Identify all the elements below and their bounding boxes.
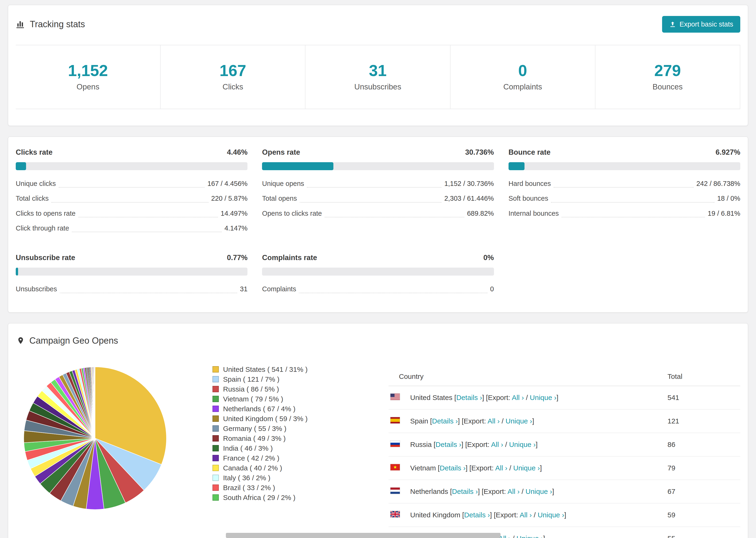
stat-box: 279 Bounces [595,45,740,109]
flag-cell [389,394,410,402]
rates-grid: Clicks rate 4.46% Unique clicks 167 / 4.… [16,148,740,297]
export-unique-link[interactable]: Unique › [509,441,536,448]
geo-table-row: Russia[Details ›][Export: All › / Unique… [389,433,740,457]
rate-head: Complaints rate 0% [262,253,494,262]
rate-rows: Unique clicks 167 / 4.456% Total clicks … [16,176,247,236]
rate-value: 6.927% [716,148,740,157]
export-label: [Export: [486,394,510,402]
stat-box: 31 Unsubscribes [305,45,450,109]
stat-label: Complaints [453,82,593,91]
export-basic-stats-button[interactable]: Export basic stats [662,16,740,32]
rate-value: 4.46% [227,148,247,157]
details-link[interactable]: Details › [452,488,478,495]
country-name: Netherlands [410,488,448,495]
stat-label: Clicks [163,82,303,91]
rate-rows: Unique opens 1,152 / 30.736% Total opens… [262,176,494,221]
rate-head: Opens rate 30.736% [262,148,494,157]
country-total: 55 [668,534,740,538]
export-unique-link[interactable]: Unique › [516,534,543,538]
stat-box: 167 Clicks [161,45,305,109]
details-link[interactable]: Details › [432,417,458,425]
stat-value: 167 [163,61,303,80]
detail-value: 31 [240,285,247,293]
detail-label: Total opens [262,194,297,202]
legend-label: United Kingdom ( 59 / 3% ) [223,415,307,422]
dotted-leader [79,216,218,217]
geo-table-row: United States[Details ›][Export: All › /… [389,386,740,409]
progress-track [262,268,494,276]
details-link[interactable]: Details › [464,511,490,519]
details-link-group: [Details ›] [450,488,480,495]
export-unique-link[interactable]: Unique › [525,488,552,495]
country-total: 121 [668,417,740,425]
geo-opens-title: Campaign Geo Opens [29,336,118,346]
rate-block: Bounce rate 6.927% Hard bounces 242 / 86… [509,148,740,236]
tracking-stats-title: Tracking stats [30,19,85,29]
export-all-link[interactable]: All › [519,511,532,519]
details-link[interactable]: Details › [440,464,465,472]
export-unique-link[interactable]: Unique › [513,464,540,472]
country-column-header: Country [389,372,668,381]
legend-item: Italy ( 36 / 2% ) [212,473,318,483]
country-name: Spain [410,417,428,425]
slash-separator: / [513,534,514,538]
stat-detail-row: Click through rate 4.147% [16,221,247,236]
stat-box: 0 Complaints [451,45,595,109]
rate-block: Complaints rate 0% Complaints 0 [262,253,494,296]
legend-item: United Kingdom ( 59 / 3% ) [212,414,318,424]
progress-track [16,162,247,170]
export-link-group: [Export: All › / Unique ›] [486,394,559,402]
export-all-link[interactable]: All › [491,441,503,448]
export-unique-link[interactable]: Unique › [538,511,564,519]
details-link-group: [Details ›] [438,464,468,472]
export-basic-stats-label: Export basic stats [679,21,733,28]
export-unique-link[interactable]: Unique › [530,394,557,402]
export-link-group: [Export: All › / Unique ›] [461,417,534,425]
country-cell: Russia[Details ›][Export: All › / Unique… [410,439,668,450]
slash-separator: / [526,394,528,402]
country-name: Russia [410,441,432,448]
details-link[interactable]: Details › [456,394,482,402]
country-flag-icon [391,464,400,470]
export-all-link[interactable]: All › [495,464,507,472]
geo-table: Country Total United States[Details ›][E… [389,367,740,538]
detail-label: Internal bounces [509,210,559,217]
stat-detail-row: Unsubscribes 31 [16,282,247,296]
bracket-open: [ [430,417,432,425]
geo-pie-chart [22,365,168,511]
export-all-link[interactable]: All › [488,417,500,425]
export-all-link[interactable]: All › [512,394,524,402]
export-label: [Export: [461,417,486,425]
bracket-close: ] [557,394,558,402]
stat-detail-row: Soft bounces 18 / 0% [509,191,740,206]
geo-table-row: United Kingdom[Details ›][Export: All › … [389,504,740,527]
export-label: [Export: [482,488,506,495]
bracket-close: ] [490,511,492,519]
horizontal-scrollbar-thumb[interactable] [226,533,501,538]
export-link-group: [Export: All › / Unique ›] [482,488,554,495]
details-link-group: [Details ›] [462,511,492,519]
export-unique-link[interactable]: Unique › [506,417,532,425]
detail-label: Soft bounces [509,194,548,202]
country-total: 59 [668,511,740,519]
legend-color-swatch [212,494,219,501]
rate-title: Complaints rate [262,253,317,262]
legend-color-swatch [212,445,219,452]
bracket-close: ] [543,534,545,538]
stat-detail-row: Clicks to opens rate 14.497% [16,206,247,221]
flag-cell [389,441,410,449]
rate-head: Bounce rate 6.927% [509,148,740,157]
legend-label: South Africa ( 29 / 2% ) [223,494,296,501]
tracking-stats-header: Tracking stats Export basic stats [8,5,748,41]
details-link[interactable]: Details › [436,441,461,448]
stat-detail-row: Hard bounces 242 / 86.738% [509,176,740,191]
legend-item: Spain ( 121 / 7% ) [212,374,318,384]
legend-color-swatch [212,484,219,491]
geo-pie-wrap [22,365,168,511]
country-total: 541 [668,394,740,402]
detail-label: Unique opens [262,180,304,188]
export-all-link[interactable]: All › [508,488,520,495]
bracket-open: [ [434,441,436,448]
geo-table-row: Vietnam[Details ›][Export: All › / Uniqu… [389,457,740,480]
legend-label: United States ( 541 / 31% ) [223,366,307,373]
